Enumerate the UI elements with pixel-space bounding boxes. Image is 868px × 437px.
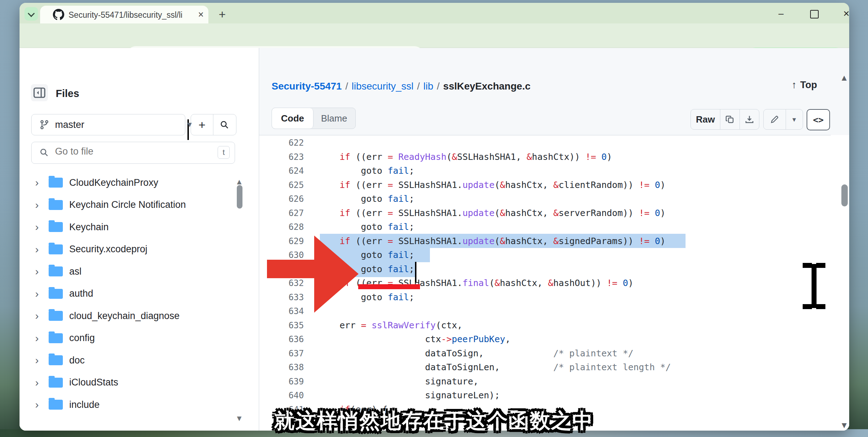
folder-icon bbox=[49, 222, 63, 232]
code-text: dataToSignLen, /* plaintext length */ bbox=[297, 360, 671, 374]
maximize-icon bbox=[810, 10, 819, 18]
page-scroll-gutter bbox=[831, 135, 849, 431]
folder-icon bbox=[49, 244, 63, 254]
chevron-right-icon[interactable]: › bbox=[35, 288, 39, 300]
edit-dropdown-caret[interactable]: ▾ bbox=[786, 109, 802, 129]
folder-icon bbox=[49, 289, 63, 299]
chevron-right-icon[interactable]: › bbox=[35, 310, 39, 322]
copy-icon bbox=[725, 115, 735, 124]
tree-item-cloud-keychain-diagnose[interactable]: ›cloud_keychain_diagnose bbox=[20, 305, 247, 327]
window-maximize-button[interactable] bbox=[806, 8, 823, 20]
chevron-right-icon[interactable]: › bbox=[35, 177, 39, 189]
code-line: 622 bbox=[259, 136, 827, 150]
tree-item-doc[interactable]: ›doc bbox=[20, 349, 247, 372]
chevron-right-icon[interactable]: › bbox=[35, 221, 39, 233]
branch-icon bbox=[39, 120, 49, 130]
raw-button[interactable]: Raw bbox=[691, 109, 720, 129]
download-icon bbox=[745, 115, 754, 124]
line-number[interactable]: 622 bbox=[259, 136, 304, 150]
tab-search-button[interactable] bbox=[24, 7, 38, 21]
tab-code[interactable]: Code bbox=[272, 108, 313, 129]
edit-pencil-button[interactable] bbox=[764, 109, 786, 129]
files-heading: Files bbox=[56, 88, 79, 99]
folder-name: CloudKeychainProxy bbox=[69, 177, 158, 188]
breadcrumb-item[interactable]: Security-55471 bbox=[272, 81, 342, 92]
folder-icon bbox=[49, 333, 63, 343]
branch-name: master bbox=[55, 119, 84, 130]
tab-close-icon[interactable]: × bbox=[196, 9, 206, 20]
symbols-panel-button[interactable]: <> bbox=[807, 109, 830, 130]
chevron-right-icon[interactable]: › bbox=[35, 399, 39, 411]
tree-item-asl[interactable]: ›asl bbox=[20, 260, 247, 283]
download-button[interactable] bbox=[740, 109, 759, 129]
pencil-icon bbox=[770, 115, 779, 124]
page-scrollbar-thumb[interactable] bbox=[841, 184, 848, 206]
code-text: err = sslRawVerify(ctx, bbox=[297, 318, 463, 333]
ibeam-cursor bbox=[801, 261, 828, 311]
folder-name: Keychain Circle Notification bbox=[69, 199, 186, 210]
code-text: signatureLen); bbox=[297, 388, 500, 403]
file-tree: ›CloudKeychainProxy›Keychain Circle Noti… bbox=[20, 172, 247, 416]
code-blame-switch: Code Blame bbox=[272, 108, 356, 129]
go-to-file-input[interactable] bbox=[54, 146, 205, 157]
folder-name: Keychain bbox=[69, 222, 109, 233]
search-icon bbox=[220, 120, 229, 129]
tree-item-config[interactable]: ›config bbox=[20, 327, 247, 350]
code-line: 625 if ((err = SSLHashSHA1.update(&hashC… bbox=[259, 178, 827, 192]
code-line: 635 err = sslRawVerify(ctx, bbox=[259, 318, 827, 333]
edit-actions-group: ▾ bbox=[763, 109, 803, 130]
tree-item-icloudstats[interactable]: ›iCloudStats bbox=[20, 372, 247, 394]
chevron-right-icon[interactable]: › bbox=[35, 332, 39, 344]
code-line: 637 dataToSign, /* plaintext */ bbox=[259, 346, 827, 361]
go-to-file-box[interactable]: t bbox=[31, 142, 235, 164]
window-close-button[interactable]: × bbox=[838, 8, 849, 20]
github-logo-icon bbox=[53, 9, 64, 20]
new-tab-button[interactable]: + bbox=[215, 8, 229, 21]
raw-actions-group: Raw bbox=[690, 109, 759, 130]
tree-item-keychain[interactable]: ›Keychain bbox=[20, 216, 247, 238]
folder-icon bbox=[49, 311, 63, 321]
code-text: signature, bbox=[297, 374, 479, 389]
sidebar-scroll-down-icon[interactable]: ▼ bbox=[235, 414, 243, 423]
breadcrumb-item: sslKeyExchange.c bbox=[443, 81, 530, 92]
folder-icon bbox=[49, 178, 63, 188]
tree-item-cloudkeychainproxy[interactable]: ›CloudKeychainProxy bbox=[20, 172, 247, 194]
window-minimize-button[interactable]: – bbox=[773, 8, 789, 20]
breadcrumb-item[interactable]: lib bbox=[424, 81, 433, 92]
sidebar-scrollbar-thumb[interactable] bbox=[237, 185, 242, 209]
browser-window: Security-55471/libsecurity_ssl/li × + – … bbox=[20, 3, 849, 431]
collapse-sidebar-button[interactable] bbox=[31, 84, 48, 101]
red-arrow-annotation bbox=[267, 234, 359, 314]
code-line: 626 goto fail; bbox=[259, 192, 827, 206]
folder-name: Security.xcodeproj bbox=[69, 244, 147, 255]
code-text: goto fail; bbox=[297, 192, 414, 206]
chevron-right-icon[interactable]: › bbox=[35, 199, 39, 211]
new-file-button[interactable]: + bbox=[191, 114, 213, 135]
branch-selector[interactable]: master ▾ bbox=[31, 114, 185, 135]
chevron-right-icon[interactable]: › bbox=[35, 354, 39, 366]
tree-item-security-xcodeproj[interactable]: ›Security.xcodeproj bbox=[20, 238, 247, 261]
tree-item-authd[interactable]: ›authd bbox=[20, 283, 247, 305]
back-to-top-link[interactable]: ↑Top bbox=[792, 79, 817, 91]
folder-name: authd bbox=[69, 288, 93, 299]
branch-caret-icon: ▾ bbox=[187, 119, 189, 140]
tree-item-include[interactable]: ›include bbox=[20, 394, 247, 416]
tab-blame[interactable]: Blame bbox=[313, 108, 355, 129]
browser-tab[interactable]: Security-55471/libsecurity_ssl/li × bbox=[40, 6, 208, 23]
page-scroll-up-icon[interactable]: ▲ bbox=[840, 73, 848, 83]
tree-item-keychain-circle-notification[interactable]: ›Keychain Circle Notification bbox=[20, 194, 247, 216]
chevron-right-icon[interactable]: › bbox=[35, 243, 39, 255]
breadcrumb-separator: / bbox=[414, 81, 424, 92]
tab-title: Security-55471/libsecurity_ssl/li bbox=[69, 10, 192, 20]
text-caret bbox=[415, 262, 416, 282]
chevron-right-icon[interactable]: › bbox=[35, 377, 39, 389]
search-tree-button[interactable] bbox=[213, 114, 235, 135]
code-text: if ((err = SSLHashSHA1.update(&hashCtx, … bbox=[297, 178, 666, 192]
copy-button[interactable] bbox=[720, 109, 740, 129]
page-scroll-down-icon[interactable]: ▼ bbox=[840, 420, 848, 430]
folder-name: config bbox=[69, 333, 95, 344]
breadcrumb-item[interactable]: libsecurity_ssl bbox=[351, 81, 413, 92]
code-text: ctx->peerPubKey, bbox=[297, 332, 511, 346]
code-text: if ((err = ReadyHash(&SSLHashSHA1, &hash… bbox=[297, 150, 612, 164]
chevron-right-icon[interactable]: › bbox=[35, 265, 39, 277]
